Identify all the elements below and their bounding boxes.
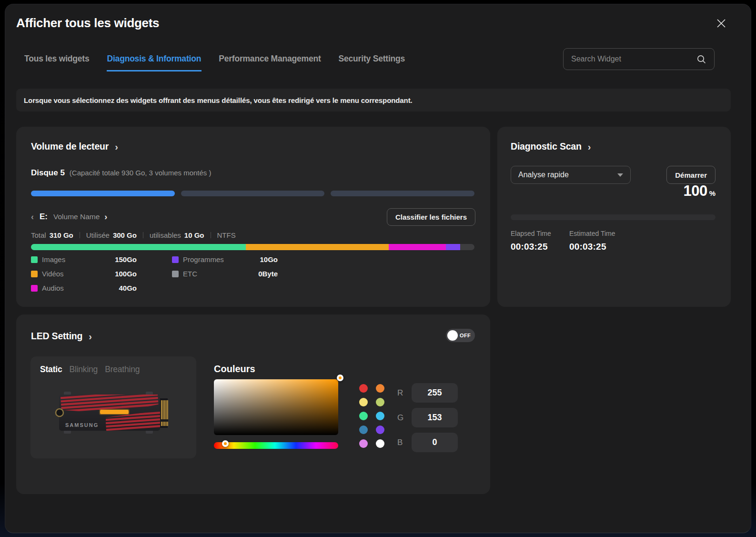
toggle-state-label: OFF [460, 333, 471, 338]
tab-security-settings[interactable]: Security Settings [338, 54, 406, 71]
led-setting-card: LED Setting › OFF Static Blinking Breath… [16, 314, 490, 494]
close-button[interactable] [714, 16, 729, 31]
scan-times: Elapsed Time 00:03:25 Estimated Time 00:… [511, 230, 628, 252]
free-label: utilisables [150, 231, 181, 239]
ssd-image: SAMSUNG [52, 386, 174, 439]
led-toggle[interactable]: OFF [446, 329, 475, 342]
legend-value: 0Byte [258, 270, 278, 278]
hue-slider-handle[interactable] [222, 440, 229, 447]
previous-volume-icon[interactable]: ‹ [31, 212, 34, 222]
legend-label: Audios [42, 284, 64, 292]
color-swatch-3[interactable] [376, 398, 384, 406]
color-swatch-4[interactable] [359, 412, 368, 420]
gradient-picker-handle[interactable] [337, 375, 343, 381]
legend-item-etc: ETC 0Byte [172, 269, 278, 279]
mode-blinking[interactable]: Blinking [69, 365, 98, 375]
g-value-input[interactable]: 153 [412, 408, 458, 427]
g-label: G [397, 413, 404, 423]
progress-value: 100 [683, 182, 707, 200]
scan-progress-percent: 100 % [683, 182, 716, 200]
color-swatch-6[interactable] [359, 426, 368, 434]
color-swatch-grid [359, 384, 384, 448]
led-setting-header[interactable]: LED Setting › [31, 331, 92, 342]
volume-segments [31, 191, 474, 196]
color-swatch-2[interactable] [359, 398, 368, 406]
legend-label: ETC [183, 270, 197, 278]
r-value-input[interactable]: 255 [412, 383, 458, 403]
volume-stats: Total 310 Go Utilisée 300 Go utilisables… [31, 231, 236, 239]
chevron-right-icon: › [115, 142, 118, 152]
drive-volume-header[interactable]: Volume de lecteur › [31, 141, 118, 152]
tab-performance-management[interactable]: Performance Management [218, 54, 321, 71]
scan-type-select[interactable]: Analyse rapide [511, 166, 631, 184]
diagnostic-scan-card: Diagnostic Scan › Analyse rapide Démarre… [497, 127, 731, 307]
b-label: B [397, 438, 404, 447]
elapsed-time-block: Elapsed Time 00:03:25 [511, 230, 569, 252]
elapsed-time-value: 00:03:25 [511, 242, 569, 252]
widgets-modal: Afficher tous les widgets Tous les widge… [5, 4, 751, 533]
legend-item-videos: Vidéos 100Go [31, 269, 137, 279]
color-gradient-picker[interactable] [214, 379, 338, 435]
filesystem-label: NTFS [217, 231, 236, 239]
info-banner-text: Lorsque vous sélectionnez des widgets of… [24, 96, 413, 104]
color-swatch-5[interactable] [376, 412, 384, 420]
b-value-input[interactable]: 0 [412, 433, 458, 452]
tab-diagnosis-information[interactable]: Diagnosis & Information [107, 54, 202, 71]
rgb-row-red: R 255 [397, 383, 458, 403]
volume-segment-3[interactable] [331, 191, 474, 196]
disk-summary: Disque 5 (Capacité totale 930 Go, 3 volu… [31, 168, 212, 178]
next-volume-icon[interactable]: › [104, 212, 107, 222]
color-swatch-1[interactable] [376, 384, 384, 393]
disk-capacity-info: (Capacité totale 930 Go, 3 volumes monté… [70, 169, 212, 177]
color-swatch-8[interactable] [359, 439, 368, 448]
color-swatch-9[interactable] [376, 439, 384, 448]
info-banner: Lorsque vous sélectionnez des widgets of… [16, 89, 731, 111]
color-swatch-0[interactable] [359, 384, 368, 393]
drive-volume-card: Volume de lecteur › Disque 5 (Capacité t… [16, 127, 490, 307]
scan-progress-bar [511, 214, 716, 220]
tab-tous-les-widgets[interactable]: Tous les widgets [24, 54, 90, 71]
diagnostic-scan-header[interactable]: Diagnostic Scan › [511, 141, 591, 152]
tab-bar: Tous les widgets Diagnosis & Information… [24, 54, 405, 71]
diagnostic-scan-title: Diagnostic Scan [511, 141, 582, 152]
classify-files-button[interactable]: Classifier les fichiers [387, 208, 475, 226]
color-swatch-7[interactable] [376, 426, 384, 434]
estimated-time-value: 00:03:25 [569, 242, 628, 252]
legend-item-images: Images 150Go [31, 254, 137, 264]
legend-label: Images [42, 255, 65, 263]
start-scan-button[interactable]: Démarrer [666, 166, 716, 184]
mode-static[interactable]: Static [40, 365, 62, 375]
chevron-right-icon: › [89, 332, 92, 341]
mode-breathing[interactable]: Breathing [105, 365, 140, 375]
led-mode-panel: Static Blinking Breathing [30, 356, 196, 458]
free-value: 10 Go [184, 231, 204, 239]
usage-segment-images [31, 244, 246, 250]
legend-value: 150Go [115, 255, 137, 263]
search-icon[interactable] [696, 54, 706, 64]
scan-type-value: Analyse rapide [518, 171, 569, 179]
led-mode-tabs: Static Blinking Breathing [40, 365, 140, 375]
volume-segment-2[interactable] [181, 191, 325, 196]
legend-label: Programmes [183, 255, 224, 263]
chevron-right-icon: › [588, 142, 591, 152]
legend-chip-images [31, 256, 38, 263]
legend-item-audios: Audios 40Go [31, 283, 137, 293]
volume-segment-1-selected[interactable] [31, 191, 175, 196]
hue-slider[interactable] [214, 442, 338, 449]
volume-name-row: ‹ E: Volume Name › Classifier les fichie… [31, 208, 475, 226]
ssd-brand-label: SAMSUNG [65, 422, 99, 428]
disk-name: Disque 5 [31, 168, 65, 178]
search-input[interactable] [571, 55, 696, 63]
estimated-time-label: Estimated Time [569, 230, 628, 237]
usage-legend: Images 150Go Vidéos 100Go Audios 40Go Pr… [31, 254, 278, 293]
legend-value: 10Go [260, 255, 278, 263]
volume-letter: E: [40, 212, 48, 222]
divider [211, 232, 211, 238]
rgb-row-green: G 153 [397, 408, 458, 427]
drive-volume-title: Volume de lecteur [31, 141, 109, 152]
usage-segment-vidéos [246, 244, 389, 250]
legend-chip-audios [31, 285, 38, 292]
legend-value: 100Go [115, 270, 137, 278]
legend-chip-programmes [172, 256, 179, 263]
volume-name: Volume Name [53, 213, 100, 221]
